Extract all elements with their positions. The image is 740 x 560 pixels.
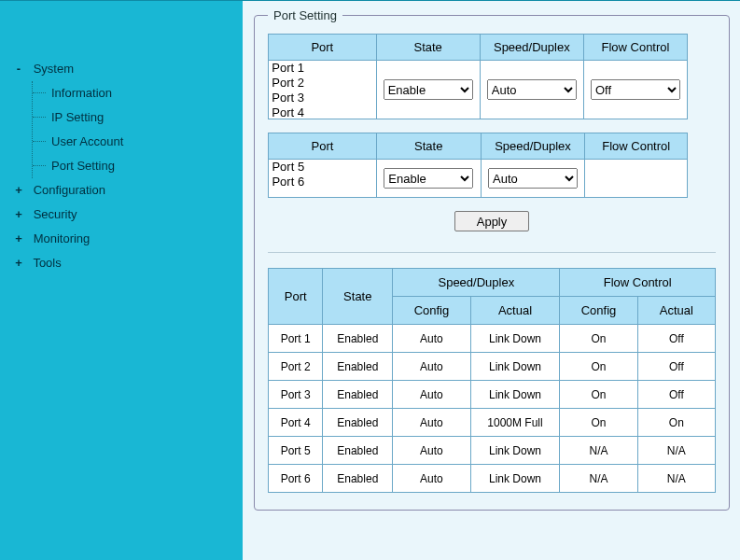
- nav-ip-setting[interactable]: IP Setting: [33, 105, 243, 130]
- expand-icon[interactable]: +: [13, 203, 24, 227]
- table-row: Port 1EnabledAutoLink DownOnOff: [269, 325, 716, 353]
- col-speed: Speed/Duplex: [480, 35, 583, 61]
- expand-icon[interactable]: +: [13, 227, 24, 251]
- expand-icon[interactable]: +: [13, 251, 24, 275]
- port-list-1[interactable]: Port 1Port 2Port 3Port 4: [270, 61, 374, 119]
- state-select-1[interactable]: Enable: [384, 79, 473, 100]
- table-row: Port 3EnabledAutoLink DownOnOff: [269, 381, 716, 409]
- flow-cell-2: [585, 160, 688, 198]
- state-select-2[interactable]: Enable: [384, 168, 473, 189]
- nav-system-label[interactable]: System: [34, 62, 74, 76]
- port-setting-panel: Port Setting Port State Speed/Duplex Flo…: [254, 8, 730, 511]
- speed-select-1[interactable]: Auto: [487, 79, 577, 100]
- nav-port-setting[interactable]: Port Setting: [33, 154, 243, 178]
- panel-title: Port Setting: [268, 8, 342, 22]
- table-row: Port 6EnabledAutoLink DownN/AN/A: [269, 465, 716, 493]
- collapse-icon[interactable]: -: [13, 57, 24, 81]
- nav-system[interactable]: - System InformationIP SettingUser Accou…: [13, 57, 243, 178]
- main-content: Port Setting Port State Speed/Duplex Flo…: [243, 1, 740, 560]
- table-row: Port 2EnabledAutoLink DownOnOff: [269, 353, 716, 381]
- nav-tree: - System InformationIP SettingUser Accou…: [13, 57, 243, 275]
- col-port: Port: [269, 35, 377, 61]
- col-flow: Flow Control: [583, 35, 687, 61]
- expand-icon[interactable]: +: [13, 178, 24, 203]
- config-table-2: Port State Speed/Duplex Flow Control Por…: [268, 133, 688, 198]
- nav-security[interactable]: + Security: [13, 203, 243, 227]
- divider: [268, 252, 716, 253]
- nav-user-account[interactable]: User Account: [33, 130, 243, 154]
- nav-tools[interactable]: + Tools: [13, 251, 243, 275]
- config-table-1: Port State Speed/Duplex Flow Control Por…: [268, 34, 688, 119]
- speed-select-2[interactable]: Auto: [488, 168, 578, 189]
- nav-configuration[interactable]: + Configuration: [13, 178, 243, 203]
- flow-select-1[interactable]: Off: [591, 79, 680, 100]
- table-row: Port 5EnabledAutoLink DownN/AN/A: [269, 437, 716, 465]
- apply-button[interactable]: Apply: [454, 211, 529, 231]
- col-state: State: [376, 35, 480, 61]
- sidebar: - System InformationIP SettingUser Accou…: [0, 1, 243, 560]
- status-table: Port State Speed/Duplex Flow Control Con…: [268, 268, 716, 493]
- port-list-2[interactable]: Port 5Port 6: [270, 160, 374, 197]
- table-row: Port 4EnabledAuto1000M FullOnOn: [269, 409, 716, 437]
- nav-information[interactable]: Information: [33, 81, 243, 105]
- nav-monitoring[interactable]: + Monitoring: [13, 227, 243, 251]
